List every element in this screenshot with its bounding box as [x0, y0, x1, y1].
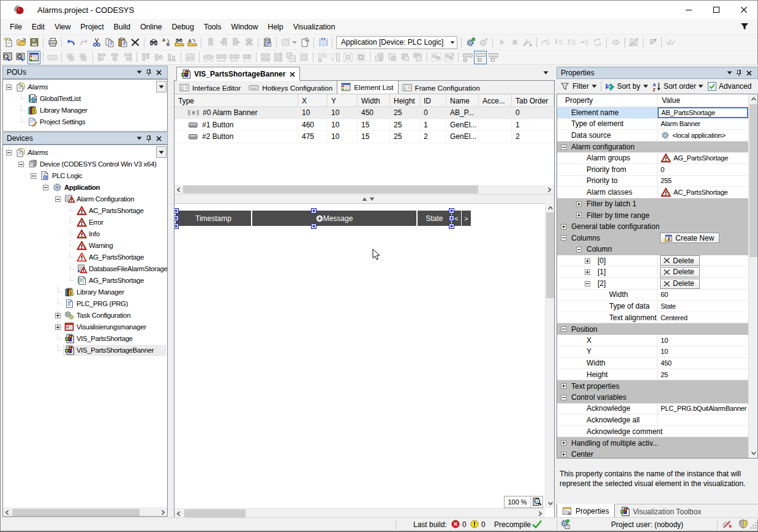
maximize-button[interactable] — [702, 1, 730, 19]
same-size-button[interactable] — [285, 51, 298, 64]
collapse-box[interactable] — [561, 144, 566, 150]
expand-box[interactable] — [561, 440, 566, 446]
sort-order-button[interactable]: AZSort order — [652, 82, 704, 91]
background-image-button[interactable] — [184, 51, 197, 64]
pous-item-alarms[interactable]: Alarms — [3, 81, 167, 93]
grid-header-value[interactable]: Value — [657, 94, 748, 107]
frame-select-c-button[interactable] — [342, 51, 355, 64]
size-to-grid-button[interactable] — [298, 51, 310, 64]
devices-item-warning[interactable]: Warning — [3, 240, 167, 252]
menu-visualization[interactable]: Visualization — [288, 21, 340, 33]
bring-to-front-button[interactable] — [373, 51, 386, 64]
zoom-page-icon[interactable] — [531, 496, 542, 508]
pous-item-project-settings[interactable]: Project Settings — [3, 116, 167, 128]
devices-item-error[interactable]: Error — [3, 217, 167, 228]
expand-box[interactable] — [576, 201, 582, 207]
step-over-button[interactable] — [539, 36, 552, 49]
flow-control-button[interactable] — [609, 36, 622, 49]
collapse-box[interactable] — [561, 395, 566, 400]
selection-handle[interactable] — [174, 223, 179, 229]
stop-button[interactable] — [508, 36, 521, 49]
scroll-left-arrow[interactable] — [176, 187, 182, 193]
find-button[interactable] — [147, 36, 160, 49]
menu-tools[interactable]: Tools — [199, 21, 227, 33]
property-row-y[interactable]: Y10 — [557, 347, 748, 358]
align-vert-center-button[interactable] — [152, 51, 165, 64]
align-left-button[interactable] — [96, 51, 108, 64]
expand-box[interactable] — [561, 224, 566, 230]
expand-box[interactable] — [55, 313, 61, 318]
column-header-y[interactable]: Y — [328, 94, 358, 107]
bring-forward-button[interactable] — [386, 51, 399, 64]
step-out-button[interactable] — [565, 36, 578, 49]
scroll-left-arrow[interactable] — [4, 509, 10, 515]
scroll-right-arrow[interactable] — [537, 511, 543, 517]
canvas-hscrollbar[interactable] — [174, 508, 545, 517]
tab-close-icon[interactable] — [290, 72, 295, 77]
splitter-collapse-up-icon[interactable] — [362, 197, 367, 201]
property-row-acknowledge-all[interactable]: Acknowledge all — [557, 414, 748, 426]
property-row-type-of-element[interactable]: Type of elementAlarm Banner — [557, 119, 748, 130]
replace-button[interactable]: AB — [160, 36, 173, 49]
canvas-vscrollbar[interactable] — [545, 203, 554, 508]
devices-panel-pin-button[interactable] — [144, 134, 154, 143]
cut-button[interactable] — [90, 36, 103, 49]
scroll-left-arrow[interactable] — [176, 511, 182, 517]
group-elements-button[interactable] — [430, 51, 443, 64]
property-row-width[interactable]: Width60 — [557, 290, 748, 301]
devices-item-alarm-configuration[interactable]: Alarm Configuration — [3, 193, 167, 205]
properties-panel-menu-button[interactable] — [724, 69, 734, 77]
devices-item-plc-prg-prg-[interactable]: PLC_PRG (PRG) — [3, 298, 167, 310]
step-into-button[interactable] — [552, 36, 565, 49]
column-header-height[interactable]: Height — [390, 94, 420, 107]
delete-button[interactable]: Delete — [660, 255, 700, 266]
devices-filter-dropdown[interactable] — [156, 146, 167, 158]
property-row--0-[interactable]: [0]Delete — [557, 255, 748, 267]
recheck-button[interactable] — [664, 36, 677, 49]
pous-item-library-manager[interactable]: Library Manager — [3, 105, 167, 116]
properties-panel-pin-button[interactable] — [734, 69, 744, 77]
table-hscrollbar[interactable] — [174, 185, 554, 194]
collapse-box[interactable] — [576, 247, 582, 252]
collapse-box[interactable] — [6, 150, 12, 155]
scroll-down-arrow[interactable] — [547, 500, 553, 506]
bookmark-prev-button[interactable] — [217, 36, 230, 49]
same-width-button[interactable] — [259, 51, 272, 64]
visu-library-button[interactable] — [317, 36, 329, 49]
scroll-thumb[interactable] — [546, 212, 554, 298]
tab-list-dropdown[interactable] — [543, 71, 549, 75]
property-row-acknowledge-comment[interactable]: Acknowledge comment — [557, 426, 748, 438]
devices-item-device-codesys-control-win-v3-x64-[interactable]: Device (CODESYS Control Win V3 x64) — [3, 159, 167, 170]
subtab-hotkeys-configuration[interactable]: Hotkeys Configuration — [245, 82, 337, 94]
devices-item-databasefilealarmstorage[interactable]: DatabaseFileAlarmStorage — [3, 263, 167, 275]
property-row-priority-to[interactable]: Priority to255 — [557, 176, 748, 187]
devices-item-vis-partsshortage[interactable]: VIS_PartsShortage — [3, 333, 167, 345]
expand-box[interactable] — [561, 452, 566, 457]
visu-style-b-button[interactable] — [77, 51, 90, 64]
frame-select-b-button[interactable] — [329, 51, 342, 64]
expand-box[interactable] — [576, 212, 582, 218]
collapse-box[interactable] — [585, 281, 590, 287]
align-bottom-button[interactable] — [165, 51, 178, 64]
property-section-text-properties[interactable]: Text properties — [557, 380, 748, 392]
anchor-grid-button[interactable] — [487, 51, 500, 64]
bottom-tab-properties[interactable]: Properties — [557, 504, 615, 519]
open-file-button[interactable] — [15, 36, 28, 49]
expand-box[interactable] — [585, 269, 590, 275]
collapse-box[interactable] — [31, 173, 36, 179]
pous-filter-dropdown[interactable] — [156, 81, 167, 92]
zoom-value[interactable]: 100 % — [505, 496, 531, 508]
selection-handle[interactable] — [174, 208, 179, 214]
devices-item-plc-logic[interactable]: PLC Logic — [3, 170, 167, 182]
pous-panel-close-button[interactable] — [154, 68, 163, 77]
property-section-columns[interactable]: ColumnsCreate New — [557, 233, 748, 244]
element-list-view-button[interactable] — [28, 51, 40, 64]
collapse-box[interactable] — [43, 185, 48, 190]
print-button[interactable] — [46, 36, 59, 49]
visu-style-a-button[interactable] — [64, 51, 77, 64]
property-section-general-table-configuration[interactable]: General table configuration — [557, 221, 748, 233]
delete-button[interactable] — [129, 36, 141, 49]
send-backward-button[interactable] — [399, 51, 411, 64]
menu-project[interactable]: Project — [75, 21, 108, 33]
run-to-cursor-button[interactable] — [578, 36, 591, 49]
